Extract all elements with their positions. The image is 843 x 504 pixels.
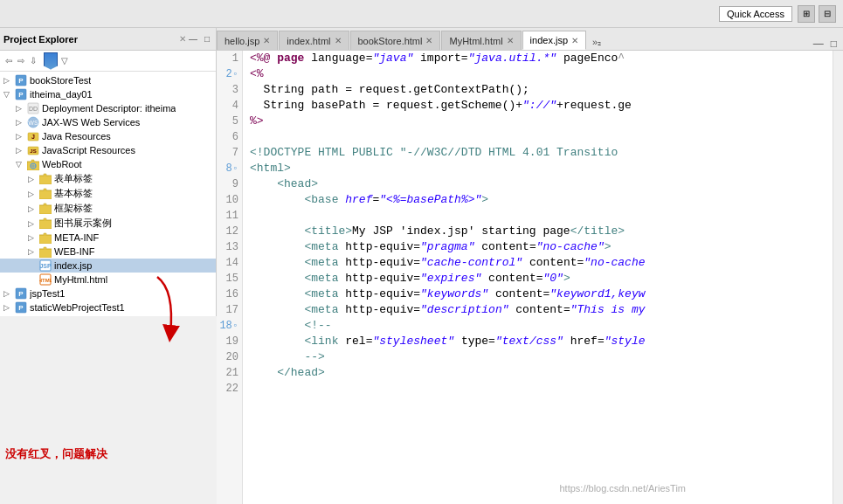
gutter-line-fold[interactable]: 2◦ [226, 66, 238, 82]
code-line-8: <html> [250, 161, 833, 176]
tab-bookstore-html[interactable]: bookStore.html ✕ [350, 31, 441, 50]
tab-window-controls: — □ [811, 38, 843, 50]
sidebar-maximize-button[interactable]: □ [202, 33, 212, 45]
svg-text:DD: DD [29, 106, 38, 112]
java-resources-icon: J [26, 130, 40, 142]
tree-label: Deployment Descriptor: itheima [42, 103, 176, 114]
tab-overflow-button[interactable]: »₂ [587, 35, 606, 50]
gutter-line: 14 [226, 255, 238, 271]
tree-label: WEB-INF [54, 246, 94, 257]
gutter-line: 10 [226, 192, 238, 208]
tree-arrow-icon: ▷ [3, 303, 14, 312]
folder-icon [38, 231, 52, 244]
tab-index-html[interactable]: index.html ✕ [279, 31, 349, 50]
gutter-line: 4 [232, 98, 238, 114]
editor-scrollbar[interactable] [833, 51, 843, 504]
tree-arrow-icon: ▷ [28, 233, 38, 242]
tab-close-icon[interactable]: ✕ [507, 36, 514, 45]
tab-myhtml[interactable]: MyHtml.html ✕ [441, 31, 521, 50]
tree-label: jspTest1 [30, 288, 65, 299]
tree-item-itheima-day01[interactable]: ▽ P itheima_day01 [0, 87, 216, 101]
gutter-line-fold[interactable]: 18◦ [219, 318, 238, 334]
tab-close-icon[interactable]: ✕ [263, 36, 270, 45]
tab-label: bookStore.html [358, 36, 423, 46]
gutter-line: 19 [226, 334, 238, 349]
tab-close-icon[interactable]: ✕ [571, 36, 578, 45]
tree-label: index.jsp [54, 260, 92, 271]
project-icon: P [14, 88, 28, 100]
tree-item-web-inf[interactable]: ▷ WEB-INF [0, 245, 216, 259]
tree-label: Java Resources [42, 131, 111, 142]
tree-item-jsptest1[interactable]: ▷ P jspTest1 [0, 287, 216, 300]
tree-item-webroot[interactable]: ▽ WebRoot [0, 157, 216, 171]
code-line-22 [250, 381, 833, 397]
tree-item-java-resources[interactable]: ▷ J Java Resources [0, 129, 216, 143]
tree-item-deployment[interactable]: ▷ DD Deployment Descriptor: itheima [0, 101, 216, 115]
link-editor-button[interactable]: ⇨ [16, 55, 26, 66]
svg-text:JS: JS [30, 148, 36, 154]
expand-button[interactable]: ⇩ [28, 55, 38, 66]
tree-item-form-tags[interactable]: ▷ 表单标签 [0, 171, 216, 186]
svg-text:JSP: JSP [39, 263, 52, 269]
tree-item-meta-inf[interactable]: ▷ META-INF [0, 231, 216, 245]
code-line-18: <!-- [250, 318, 833, 334]
editor-content[interactable]: 1 2◦ 3 4 5 6 7 8◦ 9 10 11 12 13 14 15 16… [217, 51, 843, 504]
annotation-text: 没有红叉，问题解决 [5, 446, 107, 462]
editor-minimize-button[interactable]: — [811, 38, 826, 50]
jaxws-icon: WS [26, 116, 40, 128]
tree-label: 框架标签 [54, 202, 93, 215]
quick-access-button[interactable]: Quick Access [719, 6, 792, 22]
tree-arrow-icon: ▷ [16, 118, 26, 127]
line-gutter: 1 2◦ 3 4 5 6 7 8◦ 9 10 11 12 13 14 15 16… [217, 51, 243, 504]
svg-text:P: P [18, 91, 24, 99]
folder-icon [38, 173, 52, 185]
code-line-5: %> [250, 114, 833, 129]
toolbar-icon-2[interactable]: ⊟ [819, 5, 836, 23]
code-editor[interactable]: <%@ page language="java" import="java.ut… [243, 51, 833, 504]
code-line-21: </head> [250, 365, 833, 381]
tab-label: index.html [287, 36, 330, 46]
tree-arrow-icon: ▷ [16, 104, 26, 113]
svg-text:P: P [18, 304, 24, 312]
tab-hello-jsp[interactable]: hello.jsp ✕ [217, 31, 278, 50]
tree-arrow-icon: ▽ [16, 160, 26, 169]
tree-arrow-icon: ▽ [3, 90, 14, 99]
view-menu-button[interactable]: ▽ [59, 55, 70, 66]
tree-arrow-icon: ▷ [28, 219, 38, 228]
tree-item-bookstoretest[interactable]: ▷ P bookStoreTest [0, 73, 216, 87]
tree-label: MyHtml.html [54, 274, 107, 285]
tab-label: index.jsp [530, 35, 568, 45]
tree-label: 表单标签 [54, 172, 93, 185]
tree-item-index-jsp[interactable]: JSP index.jsp [0, 259, 216, 273]
gutter-line: 20 [226, 349, 238, 365]
editor-maximize-button[interactable]: □ [828, 38, 840, 50]
code-line-14: <meta http-equiv="cache-control" content… [250, 255, 833, 271]
tree-item-basic-tags[interactable]: ▷ 基本标签 [0, 186, 216, 201]
svg-text:P: P [18, 77, 24, 85]
tab-index-jsp[interactable]: index.jsp ✕ [522, 31, 586, 50]
gutter-line: 7 [232, 145, 238, 161]
sidebar-minimize-button[interactable]: — [186, 33, 200, 45]
sidebar-toolbar: ⇦ ⇨ ⇩ ▽ [0, 51, 216, 72]
tab-close-icon[interactable]: ✕ [425, 36, 432, 45]
tab-close-icon[interactable]: ✕ [335, 36, 342, 45]
top-bar: Quick Access ⊞ ⊟ [0, 0, 843, 28]
tree-item-book-case[interactable]: ▷ 图书展示案例 [0, 216, 216, 231]
tree-item-staticweb[interactable]: ▷ P staticWebProjectTest1 [0, 300, 216, 314]
code-line-13: <meta http-equiv="pragma" content="no-ca… [250, 239, 833, 255]
svg-text:P: P [18, 290, 24, 298]
project-icon: P [14, 74, 28, 86]
project-icon: P [14, 301, 28, 314]
toolbar-icon-1[interactable]: ⊞ [798, 5, 815, 23]
tree-item-jaxws[interactable]: ▷ WS JAX-WS Web Services [0, 115, 216, 129]
folder-icon [38, 217, 52, 230]
collapse-all-button[interactable]: ⇦ [3, 55, 14, 66]
tree-item-frame-tags[interactable]: ▷ 框架标签 [0, 201, 216, 216]
tree-item-javascript-resources[interactable]: ▷ JS JavaScript Resources [0, 143, 216, 157]
tree-item-myhtml[interactable]: HTML MyHtml.html [0, 273, 216, 287]
editor-area: hello.jsp ✕ index.html ✕ bookStore.html … [217, 28, 843, 504]
code-line-9: <head> [250, 176, 833, 192]
project-tree: ▷ P bookStoreTest ▽ P itheima_day01 [0, 72, 216, 316]
gutter-line-fold[interactable]: 8◦ [226, 161, 238, 176]
gutter-line: 12 [226, 224, 238, 239]
